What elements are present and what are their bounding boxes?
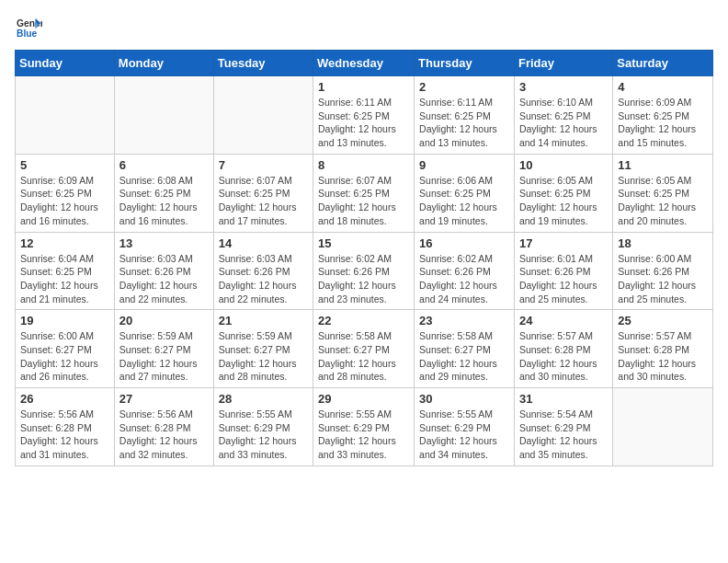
calendar-cell: 8Sunrise: 6:07 AM Sunset: 6:25 PM Daylig…	[313, 154, 415, 232]
day-info: Sunrise: 5:57 AM Sunset: 6:28 PM Dayligh…	[519, 329, 608, 384]
calendar-cell: 29Sunrise: 5:55 AM Sunset: 6:29 PM Dayli…	[313, 388, 415, 466]
day-number: 25	[618, 314, 708, 327]
day-info: Sunrise: 5:55 AM Sunset: 6:29 PM Dayligh…	[318, 408, 409, 462]
day-info: Sunrise: 6:03 AM Sunset: 6:26 PM Dayligh…	[119, 252, 209, 306]
day-info: Sunrise: 6:08 AM Sunset: 6:25 PM Dayligh…	[119, 174, 209, 228]
calendar-cell: 27Sunrise: 5:56 AM Sunset: 6:28 PM Dayli…	[114, 388, 213, 466]
calendar-cell: 12Sunrise: 6:04 AM Sunset: 6:25 PM Dayli…	[16, 232, 115, 310]
day-info: Sunrise: 6:09 AM Sunset: 6:25 PM Dayligh…	[20, 174, 109, 228]
calendar-cell	[16, 76, 115, 155]
calendar-cell: 11Sunrise: 6:05 AM Sunset: 6:25 PM Dayli…	[613, 154, 713, 232]
day-info: Sunrise: 6:01 AM Sunset: 6:26 PM Dayligh…	[519, 252, 608, 306]
day-info: Sunrise: 6:05 AM Sunset: 6:25 PM Dayligh…	[519, 174, 608, 228]
weekday-header-wednesday: Wednesday	[313, 51, 415, 76]
calendar-cell: 15Sunrise: 6:02 AM Sunset: 6:26 PM Dayli…	[313, 232, 415, 310]
calendar-cell	[114, 76, 213, 155]
day-number: 30	[419, 392, 509, 406]
calendar-cell: 13Sunrise: 6:03 AM Sunset: 6:26 PM Dayli…	[114, 232, 213, 310]
day-number: 17	[519, 236, 608, 250]
day-info: Sunrise: 6:10 AM Sunset: 6:25 PM Dayligh…	[519, 96, 608, 150]
day-info: Sunrise: 5:56 AM Sunset: 6:28 PM Dayligh…	[20, 408, 109, 462]
calendar-cell: 2Sunrise: 6:11 AM Sunset: 6:25 PM Daylig…	[415, 76, 515, 155]
calendar-cell: 14Sunrise: 6:03 AM Sunset: 6:26 PM Dayli…	[213, 232, 313, 310]
day-info: Sunrise: 6:09 AM Sunset: 6:25 PM Dayligh…	[618, 96, 708, 150]
weekday-header-friday: Friday	[514, 51, 612, 76]
day-number: 23	[419, 314, 509, 327]
day-number: 28	[219, 392, 308, 406]
day-info: Sunrise: 5:56 AM Sunset: 6:28 PM Dayligh…	[119, 408, 209, 462]
calendar-week-row: 1Sunrise: 6:11 AM Sunset: 6:25 PM Daylig…	[16, 76, 713, 155]
calendar-cell: 10Sunrise: 6:05 AM Sunset: 6:25 PM Dayli…	[514, 154, 612, 232]
calendar-cell: 16Sunrise: 6:02 AM Sunset: 6:26 PM Dayli…	[415, 232, 515, 310]
day-number: 19	[20, 314, 109, 327]
calendar-cell	[213, 76, 313, 155]
calendar-cell: 23Sunrise: 5:58 AM Sunset: 6:27 PM Dayli…	[415, 310, 515, 388]
day-info: Sunrise: 5:58 AM Sunset: 6:27 PM Dayligh…	[419, 329, 509, 384]
day-number: 7	[219, 158, 308, 172]
logo: General Blue	[15, 15, 42, 40]
day-number: 15	[318, 236, 409, 250]
calendar-cell: 26Sunrise: 5:56 AM Sunset: 6:28 PM Dayli…	[16, 388, 115, 466]
day-info: Sunrise: 5:55 AM Sunset: 6:29 PM Dayligh…	[219, 408, 308, 462]
svg-text:Blue: Blue	[17, 29, 38, 39]
day-number: 4	[618, 80, 708, 94]
day-info: Sunrise: 6:11 AM Sunset: 6:25 PM Dayligh…	[419, 96, 509, 150]
day-info: Sunrise: 5:54 AM Sunset: 6:29 PM Dayligh…	[519, 408, 608, 462]
day-info: Sunrise: 5:57 AM Sunset: 6:28 PM Dayligh…	[618, 329, 708, 384]
calendar-week-row: 26Sunrise: 5:56 AM Sunset: 6:28 PM Dayli…	[16, 388, 713, 466]
calendar-week-row: 12Sunrise: 6:04 AM Sunset: 6:25 PM Dayli…	[16, 232, 713, 310]
day-number: 8	[318, 158, 409, 172]
day-info: Sunrise: 5:59 AM Sunset: 6:27 PM Dayligh…	[119, 329, 209, 384]
day-number: 24	[519, 314, 608, 327]
calendar-cell: 9Sunrise: 6:06 AM Sunset: 6:25 PM Daylig…	[415, 154, 515, 232]
day-info: Sunrise: 6:02 AM Sunset: 6:26 PM Dayligh…	[318, 252, 409, 306]
calendar-cell: 4Sunrise: 6:09 AM Sunset: 6:25 PM Daylig…	[613, 76, 713, 155]
day-number: 10	[519, 158, 608, 172]
day-number: 3	[519, 80, 608, 94]
weekday-header-monday: Monday	[114, 51, 213, 76]
calendar-cell: 25Sunrise: 5:57 AM Sunset: 6:28 PM Dayli…	[613, 310, 713, 388]
calendar-cell: 20Sunrise: 5:59 AM Sunset: 6:27 PM Dayli…	[114, 310, 213, 388]
calendar-cell: 5Sunrise: 6:09 AM Sunset: 6:25 PM Daylig…	[16, 154, 115, 232]
day-info: Sunrise: 6:00 AM Sunset: 6:26 PM Dayligh…	[618, 252, 708, 306]
day-info: Sunrise: 6:11 AM Sunset: 6:25 PM Dayligh…	[318, 96, 409, 150]
calendar-cell: 31Sunrise: 5:54 AM Sunset: 6:29 PM Dayli…	[514, 388, 612, 466]
day-info: Sunrise: 6:00 AM Sunset: 6:27 PM Dayligh…	[20, 329, 109, 384]
calendar-cell: 30Sunrise: 5:55 AM Sunset: 6:29 PM Dayli…	[415, 388, 515, 466]
day-info: Sunrise: 5:58 AM Sunset: 6:27 PM Dayligh…	[318, 329, 409, 384]
day-number: 22	[318, 314, 409, 327]
day-info: Sunrise: 6:07 AM Sunset: 6:25 PM Dayligh…	[219, 174, 308, 228]
calendar-cell: 19Sunrise: 6:00 AM Sunset: 6:27 PM Dayli…	[16, 310, 115, 388]
calendar-cell: 21Sunrise: 5:59 AM Sunset: 6:27 PM Dayli…	[213, 310, 313, 388]
calendar-cell	[613, 388, 713, 466]
calendar-cell: 1Sunrise: 6:11 AM Sunset: 6:25 PM Daylig…	[313, 76, 415, 155]
calendar-cell: 17Sunrise: 6:01 AM Sunset: 6:26 PM Dayli…	[514, 232, 612, 310]
weekday-header-thursday: Thursday	[415, 51, 515, 76]
day-number: 9	[419, 158, 509, 172]
calendar-cell: 3Sunrise: 6:10 AM Sunset: 6:25 PM Daylig…	[514, 76, 612, 155]
day-number: 16	[419, 236, 509, 250]
day-number: 1	[318, 80, 409, 94]
day-number: 20	[119, 314, 209, 327]
day-info: Sunrise: 5:55 AM Sunset: 6:29 PM Dayligh…	[419, 408, 509, 462]
calendar-cell: 24Sunrise: 5:57 AM Sunset: 6:28 PM Dayli…	[514, 310, 612, 388]
weekday-header-saturday: Saturday	[613, 51, 713, 76]
day-number: 31	[519, 392, 608, 406]
day-number: 6	[119, 158, 209, 172]
calendar-cell: 28Sunrise: 5:55 AM Sunset: 6:29 PM Dayli…	[213, 388, 313, 466]
calendar-cell: 18Sunrise: 6:00 AM Sunset: 6:26 PM Dayli…	[613, 232, 713, 310]
day-number: 2	[419, 80, 509, 94]
calendar-week-row: 5Sunrise: 6:09 AM Sunset: 6:25 PM Daylig…	[16, 154, 713, 232]
weekday-header-row: SundayMondayTuesdayWednesdayThursdayFrid…	[16, 51, 713, 76]
day-number: 26	[20, 392, 109, 406]
calendar-week-row: 19Sunrise: 6:00 AM Sunset: 6:27 PM Dayli…	[16, 310, 713, 388]
weekday-header-tuesday: Tuesday	[213, 51, 313, 76]
day-number: 14	[219, 236, 308, 250]
day-number: 13	[119, 236, 209, 250]
day-info: Sunrise: 6:04 AM Sunset: 6:25 PM Dayligh…	[20, 252, 109, 306]
day-info: Sunrise: 6:03 AM Sunset: 6:26 PM Dayligh…	[219, 252, 308, 306]
day-number: 12	[20, 236, 109, 250]
calendar-table: SundayMondayTuesdayWednesdayThursdayFrid…	[15, 50, 713, 466]
day-number: 11	[618, 158, 708, 172]
header: General Blue	[15, 15, 713, 40]
